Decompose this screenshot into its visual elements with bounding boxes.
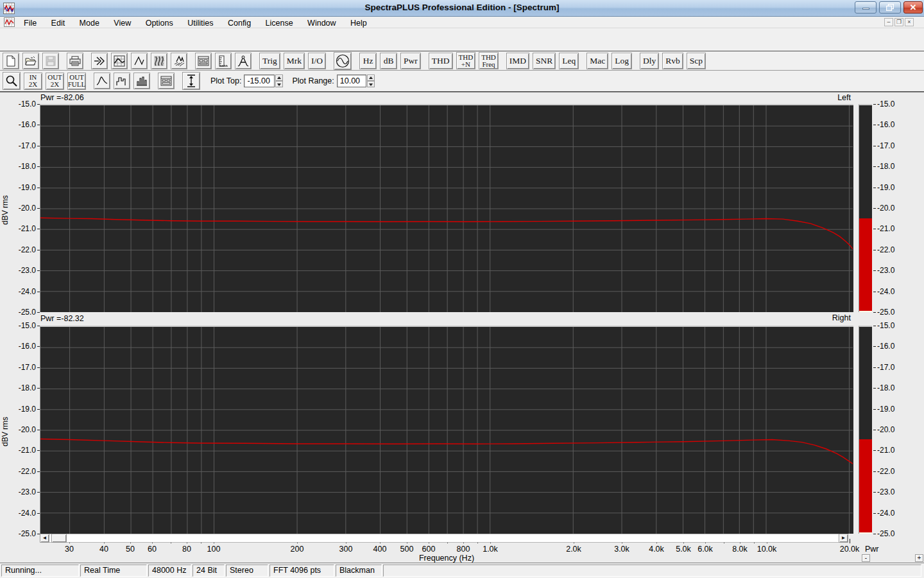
child-restore-button[interactable]: ❐	[894, 18, 903, 26]
y-tick-label: -25.0	[13, 308, 36, 317]
imd-button[interactable]: IMD	[506, 53, 529, 69]
scope-button[interactable]: Scp	[687, 53, 706, 69]
meter-tick-label: -18.0	[877, 162, 903, 171]
spinner-up-icon[interactable]	[367, 74, 375, 81]
horizontal-scrollbar[interactable]	[40, 534, 848, 543]
time-series-view-button[interactable]	[131, 53, 148, 69]
x-tick-label: 10.0k	[757, 545, 777, 554]
y-tick-mark	[37, 292, 40, 292]
spectrum-plot-left[interactable]	[40, 104, 853, 312]
spectrum-view-button[interactable]	[111, 53, 128, 69]
zoom-toolbar: IN 2X OUT 2X OUT FULL Plot	[0, 71, 924, 92]
plot-top-input[interactable]: -15.00	[244, 74, 275, 87]
x-tick-label: 80	[182, 545, 191, 554]
scaling-button[interactable]	[215, 53, 232, 69]
zoom-button[interactable]	[3, 72, 21, 90]
thd-freq-button[interactable]: THD Freq	[479, 52, 499, 69]
bar-plot-mode-button[interactable]	[133, 73, 150, 89]
zoom-out-full-label-2: FULL	[68, 81, 86, 88]
thd-n-button[interactable]: THD +N	[456, 52, 476, 69]
pwr-button[interactable]: Pwr	[400, 53, 421, 69]
meter-tick-mark	[873, 125, 876, 125]
plot-range-input[interactable]: 10.00	[337, 74, 366, 87]
new-file-button[interactable]	[3, 53, 19, 69]
open-file-button[interactable]	[22, 53, 39, 69]
y-tick-mark	[37, 326, 40, 326]
document-icon[interactable]	[4, 17, 15, 27]
thd-button[interactable]: THD	[429, 53, 453, 69]
meter-tick-mark	[873, 388, 876, 389]
step-plot-icon	[116, 76, 128, 86]
signal-generator-button[interactable]	[334, 52, 352, 70]
surface-3d-icon	[173, 55, 185, 67]
y-axis-title-left: dBV rms	[1, 191, 10, 229]
settings-dialog-button[interactable]	[195, 53, 212, 69]
macro-button[interactable]: Mac	[586, 53, 608, 69]
minimize-button[interactable]	[855, 1, 877, 13]
run-continuous-button[interactable]	[91, 53, 108, 69]
fill-plot-mode-button[interactable]	[114, 73, 130, 89]
y-tick-label: -25.0	[13, 529, 36, 538]
restore-button[interactable]	[879, 1, 901, 13]
spinner-down-icon[interactable]	[367, 81, 375, 87]
delay-button[interactable]: Dly	[640, 53, 659, 69]
surface-plot-button[interactable]	[171, 53, 187, 69]
meter-scale-plus-button[interactable]: +	[915, 554, 923, 562]
spinner-down-icon[interactable]	[275, 81, 283, 87]
plot-range-spinner[interactable]	[367, 74, 375, 87]
logging-button[interactable]: Log	[612, 53, 632, 69]
y-tick-label: -18.0	[13, 162, 36, 171]
y-tick-mark	[37, 146, 40, 146]
bar-plot-icon	[136, 76, 148, 86]
meter-tick-mark	[873, 450, 876, 451]
y-tick-label: -17.0	[13, 141, 36, 150]
spectrum-plot-right[interactable]	[40, 326, 853, 534]
plot-top-spinner[interactable]	[275, 74, 283, 87]
close-button[interactable]: ✕	[903, 1, 923, 13]
line-plot-mode-button[interactable]	[94, 73, 110, 89]
scrollbar-left-arrow[interactable]: ◄	[40, 534, 49, 543]
db-label: dB	[384, 56, 394, 66]
scope-label: Scp	[690, 56, 703, 66]
x-tick-mark	[850, 539, 850, 543]
reverb-label: Rvb	[665, 56, 680, 66]
leq-button[interactable]: Leq	[559, 53, 579, 69]
db-button[interactable]: dB	[380, 53, 397, 69]
markers-button[interactable]: Mrk	[284, 53, 305, 69]
function-toolbar: Trig Mrk I/O Hz dB Pwr THD THD +N THD Fr…	[0, 51, 924, 71]
io-device-button[interactable]: I/O	[308, 53, 326, 69]
level-meter-right	[859, 326, 872, 534]
zoom-in-2x-button[interactable]: IN 2X	[24, 73, 42, 90]
child-close-button[interactable]: ×	[905, 18, 914, 26]
meter-tick-mark	[873, 492, 876, 493]
zoom-out-2x-button[interactable]: OUT 2X	[46, 73, 64, 90]
calibration-button[interactable]	[235, 53, 252, 69]
y-tick-mark	[37, 270, 40, 271]
right-power-readout: Pwr =-82.32	[40, 314, 84, 323]
snr-button[interactable]: SNR	[533, 53, 556, 69]
spectrogram-view-button[interactable]	[151, 53, 167, 69]
zoom-out-full-button[interactable]: OUT FULL	[67, 73, 86, 90]
trigger-button[interactable]: Trig	[259, 53, 280, 69]
leq-label: Leq	[562, 56, 576, 66]
hz-button[interactable]: Hz	[359, 53, 377, 69]
status-sample-rate: 48000 Hz	[148, 565, 191, 577]
y-tick-label: -21.0	[13, 446, 36, 455]
y-tick-label: -23.0	[13, 266, 36, 275]
io-label: I/O	[311, 56, 323, 66]
child-minimize-button[interactable]: –	[884, 18, 893, 26]
meter-scale-minus-button[interactable]: -	[862, 554, 870, 562]
print-button[interactable]	[67, 53, 83, 69]
meter-tick-label: -24.0	[877, 287, 903, 296]
amplitude-range-button[interactable]	[182, 72, 200, 90]
x-tick-label: 30	[65, 545, 74, 554]
magnifier-icon	[5, 74, 18, 87]
scrollbar-right-arrow[interactable]: ►	[839, 534, 848, 543]
reverb-button[interactable]: Rvb	[662, 53, 683, 69]
scrollbar-thumb[interactable]	[51, 534, 67, 543]
meter-tick-label: -25.0	[877, 529, 903, 538]
status-run-state: Running...	[1, 565, 79, 577]
display-options-button[interactable]	[158, 73, 175, 89]
meter-tick-mark	[873, 208, 876, 209]
spinner-up-icon[interactable]	[275, 74, 283, 81]
